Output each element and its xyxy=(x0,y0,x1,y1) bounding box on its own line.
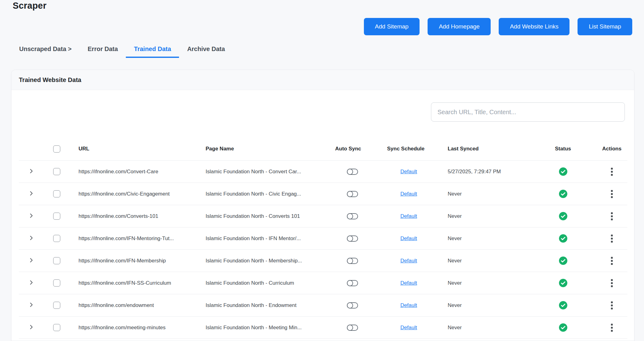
table-body: https://ifnonline.com/Convert-Care Islam… xyxy=(19,161,627,339)
kebab-dot xyxy=(611,308,613,309)
expand-row-button[interactable] xyxy=(19,235,44,242)
row-page-name: Islamic Foundation North - IFN Mentor/..… xyxy=(206,235,326,242)
sync-schedule-link[interactable]: Default xyxy=(400,302,417,309)
auto-sync-toggle[interactable] xyxy=(347,168,358,175)
row-checkbox[interactable] xyxy=(53,279,60,287)
auto-sync-toggle[interactable] xyxy=(347,191,358,197)
select-all-checkbox[interactable] xyxy=(53,145,60,153)
chevron-right-icon xyxy=(28,279,34,287)
sync-schedule-link[interactable]: Default xyxy=(400,169,417,175)
row-url: https://ifnonline.com/meeting-minutes xyxy=(70,325,206,331)
add-website-links-button[interactable]: Add Website Links xyxy=(499,18,569,35)
row-actions-menu-button[interactable] xyxy=(608,166,615,177)
row-checkbox[interactable] xyxy=(53,257,60,264)
kebab-dot xyxy=(611,301,613,303)
list-sitemap-button[interactable]: List Sitemap xyxy=(578,18,632,35)
row-url: https://ifnonline.com/Civic-Engagement xyxy=(70,191,206,197)
tab-archive-data[interactable]: Archive Data xyxy=(179,41,233,58)
row-page-name: Islamic Foundation North - Endowment xyxy=(206,302,326,309)
table-row: https://ifnonline.com/IFN-Membership Isl… xyxy=(19,250,627,272)
toggle-off-icon xyxy=(347,327,358,331)
sync-schedule-link[interactable]: Default xyxy=(400,235,417,242)
row-last-synced: Never xyxy=(439,213,541,219)
sync-schedule-link[interactable]: Default xyxy=(400,213,417,219)
sync-schedule-link[interactable]: Default xyxy=(400,325,417,331)
kebab-dot xyxy=(611,168,613,170)
search-input[interactable] xyxy=(431,102,625,122)
row-last-synced: Never xyxy=(439,280,541,286)
expand-row-button[interactable] xyxy=(19,190,44,197)
row-checkbox[interactable] xyxy=(53,168,60,175)
row-checkbox[interactable] xyxy=(53,324,60,331)
toggle-off-icon xyxy=(347,261,358,264)
row-url: https://ifnonline.com/IFN-Mentoring-Tut.… xyxy=(70,235,206,242)
auto-sync-toggle[interactable] xyxy=(347,280,358,287)
tab-trained-data[interactable]: Trained Data xyxy=(126,41,179,58)
toggle-off-icon xyxy=(347,171,358,175)
column-header-last-synced: Last Synced xyxy=(439,146,541,152)
row-checkbox[interactable] xyxy=(53,190,60,197)
kebab-dot xyxy=(611,330,613,332)
expand-row-button[interactable] xyxy=(19,257,44,264)
trained-data-table: URL Page Name Auto Sync Sync Schedule La… xyxy=(19,137,627,339)
row-actions-menu-button[interactable] xyxy=(608,256,615,266)
add-sitemap-button[interactable]: Add Sitemap xyxy=(364,18,420,35)
table-row: https://ifnonline.com/meeting-minutes Is… xyxy=(19,317,627,339)
kebab-dot xyxy=(611,282,613,284)
row-checkbox[interactable] xyxy=(53,213,60,220)
header-select-all xyxy=(44,145,70,153)
expand-row-button[interactable] xyxy=(19,279,44,287)
kebab-dot xyxy=(611,241,613,243)
row-actions-menu-button[interactable] xyxy=(608,300,615,311)
kebab-dot xyxy=(611,190,613,192)
kebab-dot xyxy=(611,324,613,326)
sync-schedule-link[interactable]: Default xyxy=(400,280,417,286)
sync-schedule-link[interactable]: Default xyxy=(400,191,417,197)
row-page-name: Islamic Foundation North - Meeting Min..… xyxy=(206,325,326,331)
tab-error-data[interactable]: Error Data xyxy=(80,41,126,58)
auto-sync-toggle[interactable] xyxy=(347,302,358,309)
kebab-dot xyxy=(611,174,613,176)
row-actions-menu-button[interactable] xyxy=(608,278,615,288)
auto-sync-toggle[interactable] xyxy=(347,213,358,220)
auto-sync-toggle[interactable] xyxy=(347,324,358,331)
page-title: Scraper xyxy=(13,1,46,11)
panel-header: Trained Website Data xyxy=(11,70,634,90)
table-row: https://ifnonline.com/Convert-Care Islam… xyxy=(19,161,627,183)
kebab-dot xyxy=(611,235,613,236)
status-success-icon xyxy=(559,190,567,198)
kebab-dot xyxy=(611,260,613,262)
panel-title: Trained Website Data xyxy=(19,76,81,84)
row-actions-menu-button[interactable] xyxy=(608,322,615,333)
kebab-dot xyxy=(611,327,613,329)
kebab-dot xyxy=(611,257,613,259)
row-url: https://ifnonline.com/endowment xyxy=(70,302,206,309)
column-header-actions: Actions xyxy=(585,146,627,152)
tab-unscraped-data[interactable]: Unscraped Data > xyxy=(11,41,80,58)
chevron-right-icon xyxy=(28,302,34,309)
sync-schedule-link[interactable]: Default xyxy=(400,258,417,264)
row-last-synced: 5/27/2025, 7:29:47 PM xyxy=(439,169,541,175)
auto-sync-toggle[interactable] xyxy=(347,257,358,264)
expand-row-button[interactable] xyxy=(19,213,44,220)
column-header-status: Status xyxy=(541,146,585,152)
status-success-icon xyxy=(559,257,567,265)
row-page-name: Islamic Foundation North - Curriculum xyxy=(206,280,326,286)
expand-row-button[interactable] xyxy=(19,168,44,175)
expand-row-button[interactable] xyxy=(19,302,44,309)
table-row: https://ifnonline.com/IFN-SS-Curriculum … xyxy=(19,272,627,294)
toolbar: Add Sitemap Add Homepage Add Website Lin… xyxy=(364,18,632,35)
toggle-off-icon xyxy=(347,238,358,242)
kebab-dot xyxy=(611,193,613,195)
row-actions-menu-button[interactable] xyxy=(608,211,615,222)
add-homepage-button[interactable]: Add Homepage xyxy=(428,18,491,35)
row-actions-menu-button[interactable] xyxy=(608,233,615,244)
row-checkbox[interactable] xyxy=(53,235,60,242)
row-page-name: Islamic Foundation North - Convert Car..… xyxy=(206,169,326,175)
row-page-name: Islamic Foundation North - Membership... xyxy=(206,258,326,264)
auto-sync-toggle[interactable] xyxy=(347,235,358,242)
status-success-icon xyxy=(559,167,567,176)
row-checkbox[interactable] xyxy=(53,302,60,309)
expand-row-button[interactable] xyxy=(19,324,44,331)
row-actions-menu-button[interactable] xyxy=(608,189,615,199)
